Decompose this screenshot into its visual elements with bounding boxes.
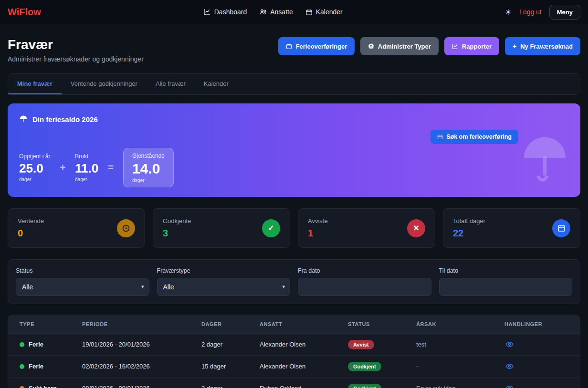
- stat-text: Avviste 1: [308, 217, 328, 239]
- dager-cell: 15 dager: [201, 363, 260, 370]
- view-details-button[interactable]: [504, 339, 514, 349]
- fravarstype-select[interactable]: Alle: [157, 278, 291, 296]
- tab-alle-fravar[interactable]: Alle fravær: [147, 74, 195, 94]
- type-dot-icon: [20, 386, 24, 388]
- status-label: Status: [16, 267, 149, 274]
- stat-label: Avviste: [308, 217, 328, 225]
- button-label: Ny Fraværsøknad: [520, 43, 573, 50]
- button-label: Søk om ferieoverføring: [446, 133, 512, 140]
- feriesaldo-title-row: Din feriesaldo 2026: [19, 115, 569, 123]
- nav-item-label: Ansatte: [270, 8, 293, 16]
- feriesaldo-title: Din feriesaldo 2026: [32, 115, 98, 123]
- type-dot-icon: [20, 342, 24, 347]
- stat-value: 0: [18, 228, 44, 239]
- til-dato-input[interactable]: [439, 278, 573, 296]
- ny-fravarsoknad-button[interactable]: + Ny Fraværsøknad: [505, 37, 580, 55]
- stat-card-avviste: Avviste 1 ✕: [298, 208, 435, 248]
- dager-cell: 2 dager: [201, 385, 260, 388]
- main-nav: Dashboard Ansatte Kalender: [203, 8, 343, 16]
- balance-row: Opptjent i år 25.0 dager + Brukt 11.0 da…: [19, 148, 174, 187]
- type-label: Ferie: [29, 363, 43, 370]
- arsak-cell: -: [416, 363, 504, 370]
- stat-value: 1: [308, 228, 328, 239]
- type-cell: Ferie: [8, 363, 82, 370]
- eye-icon: [505, 340, 514, 348]
- gear-icon: ⚙: [368, 43, 374, 50]
- status-badge: Godkjent: [348, 384, 381, 388]
- rapporter-button[interactable]: Rapporter: [444, 37, 499, 55]
- earned-label: Opptjent i år: [19, 153, 50, 160]
- header-actions: Ferieoverføringer ⚙ Administrer Typer Ra…: [278, 37, 580, 55]
- type-cell: Ferie: [8, 341, 82, 348]
- administrer-typer-button[interactable]: ⚙ Administrer Typer: [360, 37, 439, 55]
- theme-toggle-icon[interactable]: ☀: [505, 8, 512, 17]
- page-header-text: Fravær Administrer fraværsøknader og god…: [8, 37, 144, 63]
- button-label: Administrer Typer: [378, 43, 431, 50]
- stat-cards: Ventende 0 Godkjente 3 ✓ Avviste 1 ✕ Tot…: [8, 208, 580, 248]
- table-row: Ferie 19/01/2026 - 20/01/2026 2 dager Al…: [8, 333, 580, 355]
- used-stat: Brukt 11.0 dager: [75, 153, 98, 182]
- remaining-label: Gjenstående: [132, 153, 165, 159]
- button-label: Ferieoverføringer: [296, 43, 347, 50]
- dager-cell: 2 dager: [201, 341, 260, 348]
- page-subtitle: Administrer fraværsøknader og godkjennin…: [8, 55, 144, 63]
- handlinger-cell: [504, 339, 580, 350]
- stat-card-totalt-dager: Totalt dager 22: [443, 208, 580, 248]
- filter-fravarstype: Fraværstype Alle ▾: [157, 267, 291, 296]
- calendar-icon: [552, 219, 570, 237]
- status-select[interactable]: Alle: [16, 278, 149, 296]
- status-badge: Avvist: [348, 340, 374, 349]
- til-dato-label: Til dato: [439, 267, 573, 274]
- calendar-icon: [437, 134, 443, 140]
- tab-mine-fravar[interactable]: Mine fravær: [8, 74, 62, 94]
- col-header-status: Status: [348, 315, 416, 333]
- calendar-icon: [305, 9, 313, 16]
- sok-om-ferieoverforing-button[interactable]: Søk om ferieoverføring: [430, 130, 518, 144]
- col-header-arsak: Årsak: [416, 315, 504, 333]
- navbar: WiFlow Dashboard Ansatte Kalender ☀ Logg…: [0, 0, 588, 24]
- earned-unit: dager: [19, 177, 50, 182]
- ferieoverforinger-button[interactable]: Ferieoverføringer: [278, 37, 355, 55]
- handlinger-cell: [504, 383, 580, 388]
- nav-right: ☀ Logg ut Meny: [505, 5, 580, 20]
- type-cell: Sykt barn: [8, 385, 82, 388]
- fravarstype-label: Fraværstype: [157, 267, 291, 274]
- remaining-unit: dager: [132, 178, 165, 183]
- view-details-button[interactable]: [504, 383, 514, 388]
- stat-text: Ventende 0: [18, 217, 44, 239]
- tab-kalender[interactable]: Kalender: [195, 74, 238, 94]
- nav-item-ansatte[interactable]: Ansatte: [259, 8, 293, 16]
- plus-icon: +: [513, 43, 516, 50]
- beach-umbrella-decoration-icon: [520, 133, 570, 183]
- fra-dato-input[interactable]: [298, 278, 431, 296]
- handlinger-cell: [504, 361, 580, 372]
- equals-operator: =: [108, 162, 114, 173]
- used-unit: dager: [75, 177, 98, 182]
- stat-value: 3: [163, 228, 191, 239]
- filter-fra-dato: Fra dato: [298, 267, 431, 296]
- stat-text: Totalt dager 22: [453, 217, 485, 239]
- cross-icon: ✕: [407, 219, 425, 237]
- col-header-handlinger: Handlinger: [504, 315, 580, 333]
- col-header-dager: Dager: [201, 315, 260, 333]
- stat-label: Godkjente: [163, 217, 191, 225]
- fra-dato-label: Fra dato: [298, 267, 431, 274]
- view-details-button[interactable]: [504, 361, 514, 371]
- clock-icon: [117, 219, 135, 237]
- stat-label: Totalt dager: [453, 217, 485, 225]
- col-header-ansatt: Ansatt: [260, 315, 348, 333]
- nav-item-label: Dashboard: [214, 8, 247, 16]
- nav-item-dashboard[interactable]: Dashboard: [203, 8, 247, 16]
- tab-ventende-godkjenninger[interactable]: Ventende godkjenninger: [62, 74, 147, 94]
- main-content: Fravær Administrer fraværsøknader og god…: [0, 24, 588, 388]
- table-row: Ferie 02/02/2026 - 16/02/2026 15 dager A…: [8, 355, 580, 377]
- remaining-value: 14.0: [132, 161, 165, 177]
- eye-icon: [505, 362, 514, 370]
- table-header-row: Type Periode Dager Ansatt Status Årsak H…: [8, 315, 580, 333]
- logout-link[interactable]: Logg ut: [519, 8, 542, 16]
- nav-item-label: Kalender: [316, 8, 343, 16]
- menu-button[interactable]: Meny: [549, 5, 580, 20]
- nav-item-kalender[interactable]: Kalender: [305, 8, 343, 16]
- page-title: Fravær: [8, 37, 144, 52]
- brand-logo[interactable]: WiFlow: [8, 7, 41, 18]
